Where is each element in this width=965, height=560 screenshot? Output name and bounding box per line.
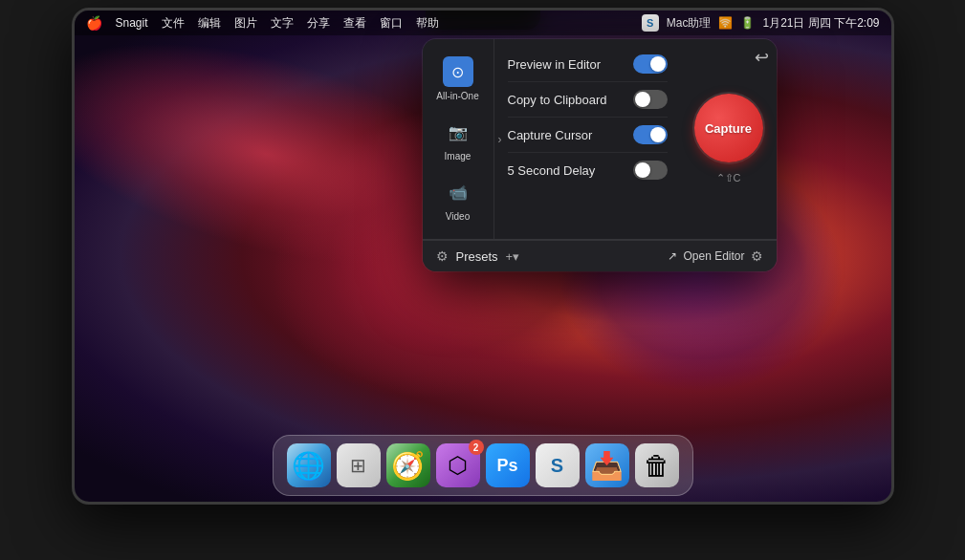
menu-image[interactable]: 图片 [234, 15, 257, 32]
menu-help[interactable]: 帮助 [416, 15, 439, 32]
menu-battery[interactable]: 🔋 [740, 16, 755, 30]
screen-inner: 🍎 Snagit 文件 编辑 图片 文字 分享 查看 窗口 帮助 S Mac助理… [75, 11, 891, 502]
apple-menu-icon[interactable]: 🍎 [86, 15, 102, 31]
undo-button[interactable]: ↩ [755, 47, 769, 68]
toggle-thumb-3 [650, 127, 666, 142]
settings-gear-icon[interactable]: ⚙ [751, 248, 763, 264]
mode-all-in-one-label: All-in-One [436, 91, 478, 101]
photoshop-icon: Ps [496, 456, 517, 476]
capture-cursor-label: Capture Cursor [508, 128, 593, 142]
all-in-one-icon: ⊙ [451, 63, 464, 81]
bottom-bezel: MacZL.com [75, 502, 894, 505]
menu-wifi[interactable]: 🛜 [718, 16, 733, 30]
dock-item-finder[interactable]: 🌐 [287, 443, 331, 487]
arc-badge: 2 [469, 440, 484, 455]
capture-button[interactable]: Capture [694, 94, 763, 162]
add-preset-button[interactable]: +▾ [506, 249, 520, 264]
popup-top: ⊙ All-in-One 📷 Image 📹 [423, 39, 777, 240]
menu-snagit[interactable]: Snagit [116, 16, 148, 30]
open-editor-label: Open Editor [683, 249, 744, 263]
menu-text[interactable]: 文字 [271, 15, 294, 32]
mode-all-in-one-icon-container: ⊙ [443, 56, 473, 87]
dock-item-trash[interactable]: 🗑 [635, 443, 679, 487]
finder-icon: 🌐 [292, 450, 325, 482]
launchpad-icon: ⊞ [350, 454, 366, 477]
menu-file[interactable]: 文件 [162, 15, 185, 32]
menu-datetime: 1月21日 周四 下午2:09 [762, 15, 879, 32]
menu-window[interactable]: 窗口 [380, 15, 403, 32]
menu-bar-left: 🍎 Snagit 文件 编辑 图片 文字 分享 查看 窗口 帮助 [86, 15, 642, 32]
snagit-status-icon[interactable]: S [642, 14, 659, 32]
capture-section: ↩ Capture ⌃⇧C [681, 39, 777, 239]
menu-view[interactable]: 查看 [343, 15, 366, 32]
mode-video-icon-container: 📹 [443, 177, 473, 207]
mode-video-label: Video [446, 211, 470, 222]
menu-edit[interactable]: 编辑 [198, 15, 221, 32]
option-copy-to-clipboard: Copy to Clipboard [508, 82, 668, 118]
video-capture-icon: 📹 [449, 183, 468, 202]
menu-bar: 🍎 Snagit 文件 编辑 图片 文字 分享 查看 窗口 帮助 S Mac助理… [75, 11, 891, 35]
toggle-thumb [650, 56, 666, 72]
toggle-thumb-4 [635, 162, 650, 178]
toggle-thumb-2 [635, 92, 650, 107]
capture-shortcut: ⌃⇧C [716, 172, 741, 184]
snagit-dock-icon: S [551, 455, 563, 477]
mode-video[interactable]: 📹 Video [423, 169, 493, 229]
capture-cursor-toggle[interactable] [633, 125, 668, 144]
copy-to-clipboard-toggle[interactable] [633, 90, 668, 109]
open-editor-section[interactable]: ↗ Open Editor ⚙ [668, 248, 762, 264]
presets-section: ⚙ Presets +▾ [436, 248, 520, 264]
option-preview-in-editor: Preview in Editor [508, 47, 668, 82]
option-5-second-delay: 5 Second Delay [508, 153, 668, 187]
option-capture-cursor: Capture Cursor [508, 118, 668, 153]
menu-assistant[interactable]: Mac助理 [667, 15, 712, 32]
folder-icon: 📥 [590, 450, 624, 482]
expand-arrow-icon: › [494, 133, 506, 146]
dock-item-launchpad[interactable]: ⊞ [337, 443, 381, 487]
options-panel: Preview in Editor Copy to Clipboard [494, 39, 681, 239]
dock-item-safari[interactable]: 🧭 [386, 443, 430, 487]
trash-icon: 🗑 [644, 450, 670, 482]
presets-gear-icon[interactable]: ⚙ [436, 248, 449, 264]
5-second-delay-label: 5 Second Delay [508, 163, 596, 178]
mode-sidebar: ⊙ All-in-One 📷 Image 📹 [423, 39, 494, 239]
screen: 🍎 Snagit 文件 编辑 图片 文字 分享 查看 窗口 帮助 S Mac助理… [72, 8, 894, 505]
safari-icon: 🧭 [391, 450, 425, 482]
dock-item-arc[interactable]: ⬡ 2 [436, 443, 480, 487]
arc-icon: ⬡ [448, 452, 468, 479]
snagit-popup: ⊙ All-in-One 📷 Image 📹 [423, 39, 777, 271]
copy-to-clipboard-label: Copy to Clipboard [508, 93, 607, 107]
dock: 🌐 ⊞ 🧭 ⬡ 2 Ps S 📥 [273, 435, 693, 496]
dock-item-snagit[interactable]: S [536, 443, 580, 487]
menu-share[interactable]: 分享 [307, 15, 330, 32]
mode-image-label: Image [445, 151, 472, 162]
popup-bottom: ⚙ Presets +▾ ↗ Open Editor ⚙ [423, 240, 777, 271]
preview-in-editor-label: Preview in Editor [508, 57, 602, 72]
5-second-delay-toggle[interactable] [633, 161, 668, 180]
mode-image-icon-container: 📷 [443, 117, 473, 147]
macbook: 🍎 Snagit 文件 编辑 图片 文字 分享 查看 窗口 帮助 S Mac助理… [43, 8, 923, 552]
open-editor-icon: ↗ [668, 249, 677, 263]
image-capture-icon: 📷 [449, 123, 468, 141]
dock-item-folder[interactable]: 📥 [585, 443, 629, 487]
mode-all-in-one[interactable]: ⊙ All-in-One [423, 49, 493, 109]
preview-in-editor-toggle[interactable] [633, 54, 668, 74]
presets-label: Presets [456, 249, 498, 264]
dock-item-photoshop[interactable]: Ps [486, 443, 530, 487]
menu-bar-right: S Mac助理 🛜 🔋 1月21日 周四 下午2:09 [642, 14, 880, 32]
mode-image[interactable]: 📷 Image [423, 109, 493, 169]
